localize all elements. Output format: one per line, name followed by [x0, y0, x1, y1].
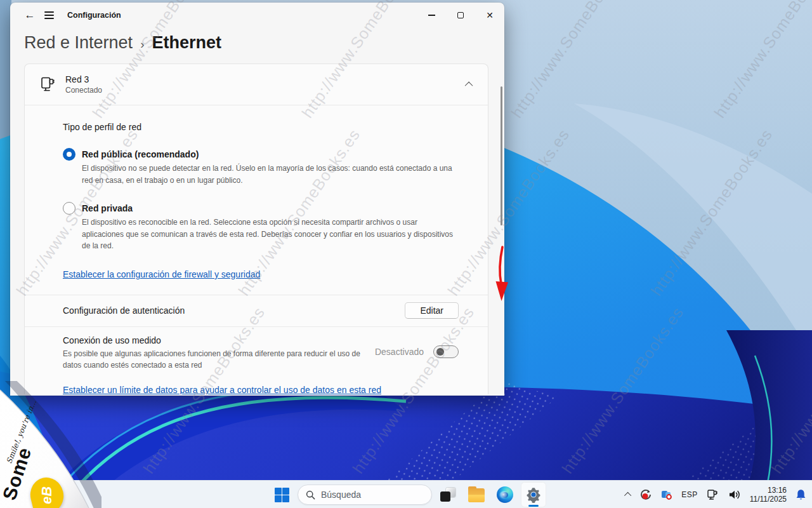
tray-overflow-chevron-icon[interactable] [624, 492, 631, 499]
task-view-button[interactable] [435, 482, 461, 507]
minimize-button[interactable] [417, 3, 446, 28]
vertical-scrollbar[interactable] [501, 86, 502, 225]
vm-tray-icon[interactable] [660, 488, 673, 501]
data-limit-link[interactable]: Establecer un límite de datos para ayuda… [63, 385, 381, 394]
metered-toggle[interactable] [433, 345, 459, 358]
close-icon: ✕ [486, 10, 494, 20]
taskbar-app-icons [269, 481, 546, 508]
network-header-text: Red 3 Conectado [65, 74, 102, 95]
settings-window: ← Configuración ✕ Red e Internet › Ether… [10, 3, 504, 396]
page-title: Ethernet [152, 33, 221, 53]
radio-private-label: Red privada [82, 203, 459, 213]
metered-controls: Desactivado [375, 345, 459, 358]
taskbar-search[interactable] [298, 485, 432, 505]
firewall-settings-link[interactable]: Establecer la configuración de firewall … [63, 269, 260, 279]
toggle-knob-icon [436, 348, 444, 356]
toggle-state-label: Desactivado [375, 347, 424, 357]
chevron-up-icon[interactable] [465, 81, 473, 90]
ethernet-card: Red 3 Conectado Tipo de perfil de red Re… [24, 64, 488, 394]
start-button[interactable] [269, 482, 294, 507]
edge-browser-icon [497, 486, 513, 503]
back-button[interactable]: ← [20, 6, 39, 25]
network-profile-section: Tipo de perfil de red Red pública (recom… [25, 105, 488, 295]
edge-button[interactable] [492, 482, 518, 507]
profile-section-label: Tipo de perfil de red [63, 122, 459, 132]
desktop-screen: ← Configuración ✕ Red e Internet › Ether… [0, 0, 812, 508]
radio-option-public[interactable]: Red pública (recomendado) El dispositivo… [63, 147, 459, 186]
file-explorer-button[interactable] [464, 482, 489, 507]
breadcrumb-separator-icon: › [140, 37, 144, 51]
metered-text: Conexión de uso medido Es posible que al… [63, 335, 375, 371]
edit-button[interactable]: Editar [405, 302, 459, 319]
ethernet-adapter-icon [39, 75, 58, 94]
authentication-label: Configuración de autenticación [63, 305, 405, 316]
network-tray-icon[interactable] [706, 488, 719, 501]
back-arrow-icon: ← [25, 9, 36, 22]
red-down-arrow-annotation [493, 245, 512, 304]
tray-date: 11/11/2025 [750, 495, 787, 504]
gear-icon [525, 486, 542, 503]
window-title: Configuración [67, 11, 121, 20]
network-name: Red 3 [65, 74, 102, 84]
network-status: Conectado [65, 86, 102, 95]
network-header-row[interactable]: Red 3 Conectado [25, 64, 488, 105]
active-app-indicator [528, 505, 539, 507]
recorder-tray-icon[interactable] [639, 488, 652, 501]
language-indicator[interactable]: ESP [681, 490, 698, 499]
maximize-button[interactable] [446, 3, 475, 28]
radio-option-private[interactable]: Red privada El dispositivo es reconocibl… [63, 201, 459, 252]
radio-public-label: Red pública (recomendado) [82, 149, 459, 159]
minimize-icon [428, 15, 435, 15]
search-icon [306, 490, 315, 500]
folder-icon [468, 488, 485, 502]
metered-description: Es posible que algunas aplicaciones func… [63, 348, 375, 371]
settings-app-button[interactable] [521, 482, 546, 507]
search-input[interactable] [321, 490, 422, 500]
titlebar: ← Configuración ✕ [10, 3, 504, 28]
hamburger-icon [44, 11, 54, 19]
metered-connection-row: Conexión de uso medido Es posible que al… [25, 327, 488, 371]
windows-start-icon [275, 488, 289, 502]
notification-bell-icon[interactable] [795, 488, 807, 501]
tray-time: 13:16 [750, 486, 787, 495]
radio-unselected-icon[interactable] [63, 202, 75, 215]
system-tray: ESP 13:16 11/11/2025 [626, 481, 807, 508]
taskbar: ESP 13:16 11/11/2025 [0, 480, 812, 508]
authentication-row: Configuración de autenticación Editar [25, 295, 488, 326]
metered-title: Conexión de uso medido [63, 335, 375, 345]
nav-menu-button[interactable] [39, 6, 58, 25]
taskbar-clock[interactable]: 13:16 11/11/2025 [750, 486, 787, 504]
radio-private-description: El dispositivo es reconocible en la red.… [82, 217, 459, 252]
breadcrumb-parent[interactable]: Red e Internet [24, 33, 133, 53]
volume-tray-icon[interactable] [728, 488, 742, 501]
radio-selected-icon[interactable] [63, 148, 75, 161]
close-button[interactable]: ✕ [475, 3, 504, 28]
radio-public-description: El dispositivo no se puede detectar en l… [82, 163, 459, 186]
task-view-icon [440, 487, 455, 502]
caption-buttons: ✕ [417, 3, 504, 28]
breadcrumb: Red e Internet › Ethernet [10, 28, 504, 53]
maximize-icon [457, 12, 464, 18]
